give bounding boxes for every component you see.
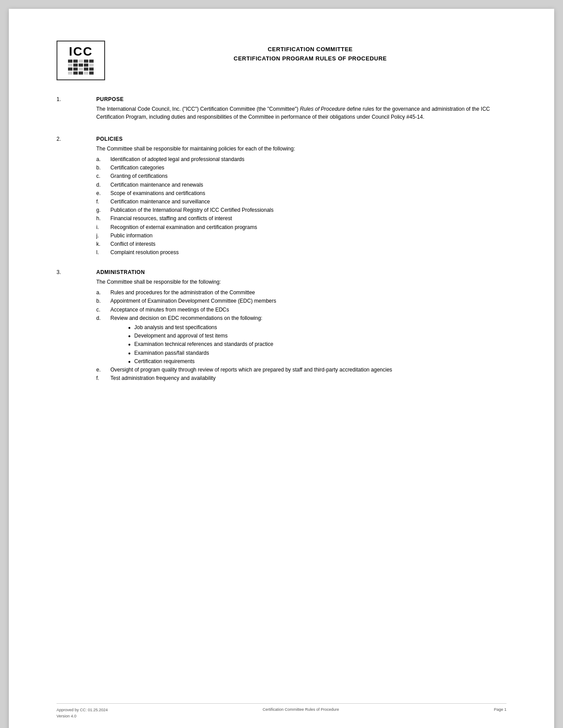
section-2: 2. POLICIES The Committee shall be respo… <box>57 136 506 257</box>
list-item: l.Complaint resolution process <box>96 248 506 257</box>
list-item: k.Conflict of interests <box>96 240 506 248</box>
list-item: e.Oversight of program quality through r… <box>96 366 506 374</box>
logo-icc-text: ICC <box>69 45 93 58</box>
list-item: i.Recognition of external examination an… <box>96 223 506 232</box>
svg-rect-11 <box>73 68 78 71</box>
header-section: ICC <box>57 41 506 80</box>
list-item: c.Acceptance of minutes from meetings of… <box>96 306 506 314</box>
section-3-list: a.Rules and procedures for the administr… <box>96 289 506 383</box>
sub-list-item: ●Job analysis and test specifications <box>110 323 506 332</box>
svg-rect-9 <box>89 64 94 67</box>
svg-rect-1 <box>73 60 78 63</box>
page: ICC <box>9 9 554 728</box>
svg-rect-2 <box>79 60 83 63</box>
logo-grid-svg <box>68 60 94 75</box>
sub-list-d: ●Job analysis and test specifications ●D… <box>110 323 506 366</box>
document-title: CERTIFICATION COMMITTEE CERTIFICATION PR… <box>114 45 506 64</box>
section-2-list: a.Identification of adopted legal and pr… <box>96 155 506 257</box>
svg-rect-19 <box>89 71 94 75</box>
svg-rect-12 <box>79 68 83 71</box>
svg-rect-15 <box>68 71 72 75</box>
list-item: a.Rules and procedures for the administr… <box>96 289 506 297</box>
footer: Approved by CC: 01.25.2024 Version 4.0 C… <box>57 703 506 719</box>
section-3-number: 3. <box>57 269 96 383</box>
list-item: e.Scope of examinations and certificatio… <box>96 189 506 198</box>
list-item: h.Financial resources, staffing and conf… <box>96 214 506 223</box>
svg-rect-16 <box>73 71 78 75</box>
list-item: f.Test administration frequency and avai… <box>96 374 506 383</box>
svg-rect-10 <box>68 68 72 71</box>
svg-rect-5 <box>68 64 72 67</box>
logo-box: ICC <box>57 41 105 80</box>
footer-left: Approved by CC: 01.25.2024 Version 4.0 <box>57 707 108 719</box>
footer-version: Version 4.0 <box>57 714 76 718</box>
list-item: f.Certification maintenance and surveill… <box>96 198 506 206</box>
list-item: d. Review and decision on EDC recommenda… <box>96 314 506 366</box>
title-area: CERTIFICATION COMMITTEE CERTIFICATION PR… <box>114 41 506 64</box>
content-area: 1. PURPOSE The International Code Counci… <box>57 96 506 383</box>
section-2-body: POLICIES The Committee shall be responsi… <box>96 136 506 257</box>
title-line1: CERTIFICATION COMMITTEE <box>268 46 353 53</box>
section-1-number: 1. <box>57 96 96 124</box>
svg-rect-18 <box>84 71 88 75</box>
svg-rect-17 <box>79 71 83 75</box>
section-3-intro: The Committee shall be responsible for t… <box>96 278 506 286</box>
logo-area: ICC <box>57 41 114 80</box>
sub-list-item: ●Development and approval of test items <box>110 332 506 340</box>
sub-list-item: ●Examination pass/fail standards <box>110 349 506 357</box>
list-item: a.Identification of adopted legal and pr… <box>96 155 506 164</box>
svg-rect-14 <box>89 68 94 71</box>
section-3-title: ADMINISTRATION <box>96 269 506 275</box>
footer-approved: Approved by CC: 01.25.2024 <box>57 708 108 712</box>
section-2-title: POLICIES <box>96 136 506 142</box>
footer-right: Page 1 <box>494 707 506 712</box>
section-1-title: PURPOSE <box>96 96 506 102</box>
svg-rect-0 <box>68 60 72 63</box>
section-3: 3. ADMINISTRATION The Committee shall be… <box>57 269 506 383</box>
sub-list-item: ●Certification requirements <box>110 357 506 366</box>
section-1-text: The International Code Council, Inc. ("I… <box>96 105 506 121</box>
svg-rect-7 <box>79 64 83 67</box>
svg-rect-13 <box>84 68 88 71</box>
svg-rect-6 <box>73 64 78 67</box>
sub-list-item: ●Examination technical references and st… <box>110 340 506 349</box>
list-item: c.Granting of certifications <box>96 172 506 180</box>
title-line2: CERTIFICATION PROGRAM RULES OF PROCEDURE <box>234 55 387 62</box>
list-item: b.Appointment of Examination Development… <box>96 297 506 305</box>
svg-rect-4 <box>89 60 94 63</box>
list-item: j.Public information <box>96 232 506 240</box>
list-item: d.Certification maintenance and renewals <box>96 181 506 189</box>
svg-rect-3 <box>84 60 88 63</box>
svg-rect-8 <box>84 64 88 67</box>
section-1-body: PURPOSE The International Code Council, … <box>96 96 506 124</box>
footer-center: Certification Committee Rules of Procedu… <box>263 707 339 712</box>
section-2-number: 2. <box>57 136 96 257</box>
section-2-intro: The Committee shall be responsible for m… <box>96 145 506 153</box>
list-item: b.Certification categories <box>96 164 506 172</box>
list-item: g.Publication of the International Regis… <box>96 206 506 214</box>
section-3-body: ADMINISTRATION The Committee shall be re… <box>96 269 506 383</box>
section-1: 1. PURPOSE The International Code Counci… <box>57 96 506 124</box>
